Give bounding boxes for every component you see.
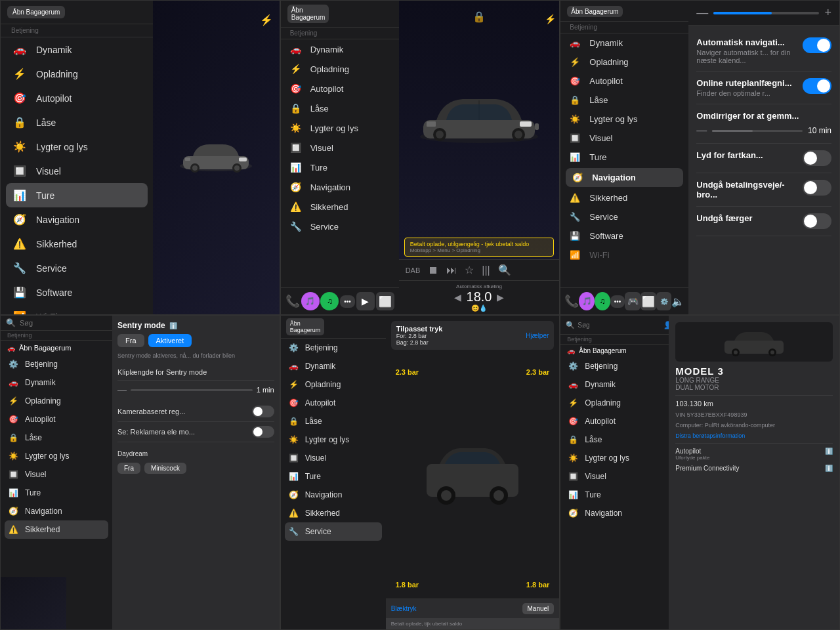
abn-bagagerum-btn-2[interactable]: ÅbnBagagerum — [287, 5, 329, 23]
menu-lygter-br[interactable]: ☀️ Lygter og lys — [560, 449, 669, 467]
menu-opladning[interactable]: ⚡ Opladning — [1, 62, 153, 86]
favorite-btn[interactable]: ☆ — [465, 264, 474, 276]
kamera-toggle[interactable] — [252, 406, 274, 417]
menu-opladning-bl[interactable]: ⚡ Opladning — [1, 392, 112, 410]
menu-ture-3[interactable]: 📊 Ture — [560, 148, 688, 167]
menu-laase-3[interactable]: 🔒 Låse — [560, 91, 688, 110]
menu-dynamik[interactable]: 🚗 Dynamik — [1, 37, 153, 62]
equalizer-btn[interactable]: ||| — [482, 264, 490, 276]
menu-opladning-3[interactable]: ⚡ Opladning — [560, 52, 688, 72]
menu-visuel[interactable]: 🔲 Visuel — [1, 159, 153, 183]
menu-autopilot-2[interactable]: 🎯 Autopilot — [281, 79, 399, 98]
arrow-btn-3[interactable]: 🎮 — [625, 292, 640, 310]
menu-ture-bm[interactable]: 📊 Ture — [281, 467, 386, 486]
menu-wifi[interactable]: 📶 Wi-Fi — [1, 304, 153, 315]
menu-wifi-3[interactable]: 📶 Wi-Fi — [560, 245, 688, 264]
menu-sikkerhed-2[interactable]: ⚠️ Sikkerhed — [281, 197, 399, 217]
menu-ture-2[interactable]: 📊 Ture — [281, 158, 399, 177]
menu-opladning-bm[interactable]: ⚡ Opladning — [281, 375, 386, 394]
temp-left-arrow[interactable]: ◀ — [454, 292, 461, 303]
temp-right-arrow[interactable]: ▶ — [497, 292, 504, 303]
menu-betjening-bm[interactable]: ⚙️ Betjening — [281, 339, 386, 357]
menu-dynamik-2[interactable]: 🚗 Dynamik — [281, 39, 399, 59]
menu-autopilot-3[interactable]: 🎯 Autopilot — [560, 72, 688, 91]
menu-autopilot-bm[interactable]: 🎯 Autopilot — [281, 394, 386, 412]
next-btn[interactable]: ⏭ — [446, 264, 457, 276]
menu-service-3[interactable]: 🔧 Service — [560, 207, 688, 226]
manual-btn[interactable]: Manuel — [522, 603, 555, 614]
menu-ture-br[interactable]: 📊 Ture — [560, 486, 669, 504]
spotify-btn-3[interactable]: ♫ — [595, 292, 610, 310]
betaling-toggle[interactable] — [803, 180, 831, 196]
menu-sikkerhed[interactable]: ⚠️ Sikkerhed — [1, 232, 153, 256]
display-link[interactable]: Distra berøtapsinformation — [675, 432, 833, 439]
volume-btn-3[interactable]: 🔈 — [671, 295, 684, 308]
tip-link[interactable]: Hjælper — [526, 332, 549, 339]
tirecheck-btn[interactable]: Blæktryk — [391, 605, 417, 612]
abn-btn-bm[interactable]: ÅbnBagagerum — [286, 318, 325, 335]
menu-laase[interactable]: 🔒 Låse — [1, 110, 153, 135]
menu-dynamik-bm[interactable]: 🚗 Dynamik — [281, 357, 386, 375]
menu-service-2[interactable]: 🔧 Service — [281, 217, 399, 236]
omdiriger-minus[interactable]: — — [696, 125, 707, 136]
phone-btn-3[interactable]: 📞 — [564, 294, 579, 308]
menu-laase-bm[interactable]: 🔒 Låse — [281, 412, 386, 430]
menu-navigation[interactable]: 🧭 Navigation — [1, 207, 153, 232]
menu-navigation-2[interactable]: 🧭 Navigation — [281, 177, 399, 197]
lyd-toggle[interactable] — [803, 150, 831, 166]
search-input-bl[interactable] — [20, 319, 110, 327]
menu-visuel-3[interactable]: 🔲 Visuel — [560, 129, 688, 148]
sentry-aktiver-btn[interactable]: Aktiveret — [148, 334, 192, 347]
abn-bagagerum-btn-3[interactable]: Åbn Bagagerum — [567, 6, 622, 17]
menu-autopilot[interactable]: 🎯 Autopilot — [1, 86, 153, 110]
daydream-miniscock-btn[interactable]: Miniscock — [144, 463, 186, 474]
menu-ture[interactable]: 📊 Ture — [6, 183, 148, 207]
menu-dynamik-br[interactable]: 🚗 Dynamik — [560, 375, 669, 394]
menu-laase-2[interactable]: 🔒 Låse — [281, 98, 399, 118]
screen-btn-3[interactable]: ⬜ — [640, 292, 656, 310]
menu-sikkerhed-3[interactable]: ⚠️ Sikkerhed — [560, 188, 688, 207]
menu-sikkerhed-bm[interactable]: ⚠️ Sikkerhed — [281, 504, 386, 522]
menu-laase-br[interactable]: 🔒 Låse — [560, 430, 669, 449]
klip-minus[interactable]: — — [117, 385, 127, 395]
menu-visuel-2[interactable]: 🔲 Visuel — [281, 138, 399, 158]
menu-service[interactable]: 🔧 Service — [1, 256, 153, 280]
menu-ture-bl[interactable]: 📊 Ture — [1, 484, 112, 502]
search-btn[interactable]: 🔍 — [498, 264, 511, 276]
stop-btn[interactable]: ⏹ — [428, 264, 438, 276]
screen-btn-2[interactable]: ⬜ — [376, 292, 394, 310]
arrow-btn-2[interactable]: ▶ — [356, 292, 375, 310]
menu-sikkerhed-bl[interactable]: ⚠️ Sikkerhed — [5, 520, 108, 539]
menu-software-3[interactable]: 💾 Software — [560, 226, 688, 245]
menu-navigation-br[interactable]: 🧭 Navigation — [560, 504, 669, 522]
menu-opladning-br[interactable]: ⚡ Opladning — [560, 394, 669, 412]
menu-lygter-2[interactable]: ☀️ Lygter og lys — [281, 118, 399, 138]
online-nav-toggle[interactable] — [803, 78, 831, 94]
menu-lygter-bl[interactable]: ☀️ Lygter og lys — [1, 447, 112, 465]
reklamera-toggle[interactable] — [252, 426, 274, 438]
menu-laase-bl[interactable]: 🔒 Låse — [1, 429, 112, 447]
menu-navigation-3[interactable]: 🧭 Navigation — [566, 168, 683, 187]
search-input-br[interactable] — [578, 322, 661, 329]
menu-betjening-br[interactable]: ⚙️ Betjening — [560, 357, 669, 375]
abn-btn-bl[interactable]: 🚗 Åbn Bagagerum — [1, 341, 112, 355]
podcast-btn-2[interactable]: 🎵 — [301, 292, 320, 310]
menu-navigation-bl[interactable]: 🧭 Navigation — [1, 502, 112, 520]
menu-betjening-bl[interactable]: ⚙️ Betjening — [1, 355, 112, 373]
slider-plus[interactable]: + — [824, 6, 831, 20]
more-btn-2[interactable]: ••• — [340, 295, 355, 308]
podcast-btn-3[interactable]: 🎵 — [579, 292, 595, 310]
slider-minus[interactable]: — — [696, 6, 708, 20]
auto-nav-toggle[interactable] — [803, 37, 831, 53]
menu-dynamik-bl[interactable]: 🚗 Dynamik — [1, 373, 112, 392]
spotify-btn-2[interactable]: ♫ — [320, 292, 339, 310]
menu-visuel-br[interactable]: 🔲 Visuel — [560, 467, 669, 486]
abn-bagagerum-btn-1[interactable]: Åbn Bagagerum — [7, 6, 65, 18]
menu-service-bm[interactable]: 🔧 Service — [285, 522, 382, 541]
menu-opladning-2[interactable]: ⚡ Opladning — [281, 59, 399, 79]
phone-btn-2[interactable]: 📞 — [285, 294, 300, 308]
menu-autopilot-bl[interactable]: 🎯 Autopilot — [1, 410, 112, 429]
menu-autopilot-br[interactable]: 🎯 Autopilot — [560, 412, 669, 430]
menu-lygter[interactable]: ☀️ Lygter og lys — [1, 135, 153, 159]
more-btn-3[interactable]: ••• — [610, 295, 625, 308]
